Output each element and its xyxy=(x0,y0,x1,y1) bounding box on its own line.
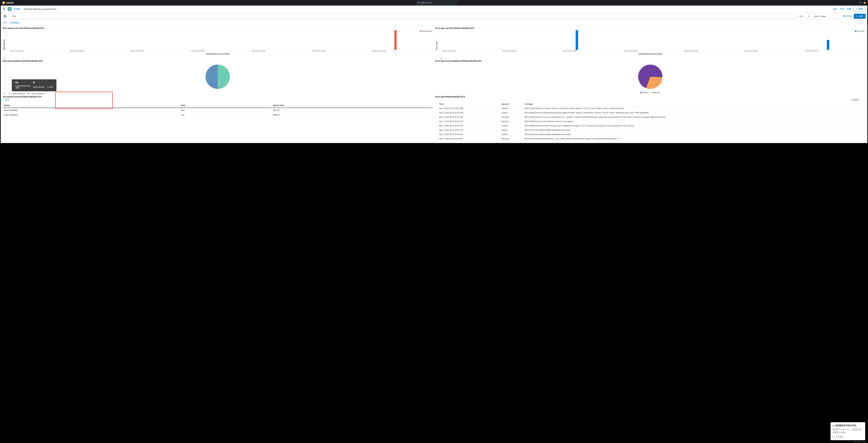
expand-row-icon[interactable]: › xyxy=(435,106,438,110)
col-time[interactable]: Time xyxy=(438,102,500,106)
table-row[interactable]: ›Apr 5, 2022 @ 20:33:25.280Warning[MY-01… xyxy=(435,115,865,119)
table-row[interactable]: select sleep(4);root4063.6 xyxy=(3,113,433,117)
col-query[interactable]: Query⌄ xyxy=(3,103,180,108)
saved-query-button[interactable]: 💾 ⌄ xyxy=(2,14,9,19)
panel-title: Error logs over time [Filebeat MySQL] EC… xyxy=(435,27,865,29)
expand-row-icon[interactable]: › xyxy=(435,128,438,132)
sort-icon: ⌄ xyxy=(177,104,179,106)
legend-dot-icon xyxy=(28,93,29,94)
pie-legend-error: System Warning xyxy=(435,92,865,94)
date-picker[interactable]: 🗓 ⌄ Last 14 days xyxy=(806,14,841,19)
panel-title: Top slowest queries [Filebeat MySQL] ECS xyxy=(3,96,433,98)
list-icon[interactable]: ☰ xyxy=(3,92,6,95)
col-level[interactable]: log.level xyxy=(500,102,524,106)
share-button[interactable]: 共享 xyxy=(840,7,844,10)
global-search-placeholder: 搜索 Elastic xyxy=(421,1,432,4)
pie-slow-breakdown[interactable] xyxy=(206,65,230,89)
pagination-info: 1–46/46 xyxy=(851,99,859,101)
expand-row-icon[interactable]: › xyxy=(435,137,438,141)
table-row[interactable]: ›Apr 5, 2022 @ 20:33:25.304System[MY-011… xyxy=(435,106,865,110)
dashboard-body: Slow queries over time [Filebeat MySQL] … xyxy=(1,26,867,143)
breadcrumb: 仪表板 / [Filebeat MySQL] Overview ECS ⌄ xyxy=(13,7,60,10)
search-input[interactable] xyxy=(10,14,797,19)
panel-error-logs-levels-breakdown: ⋯ ☰ Error logs levels breakdown [Filebea… xyxy=(434,56,867,95)
list-icon[interactable]: ☰ xyxy=(439,57,443,60)
elastic-logo[interactable]: elastic xyxy=(2,1,14,4)
pencil-icon: ✎ xyxy=(856,8,858,10)
expand-row-icon[interactable]: › xyxy=(435,132,438,137)
date-range-text: Last 14 days xyxy=(814,15,826,18)
pie-legend-slow: ☰ select sleep(4); select sleep(5); xyxy=(3,92,44,95)
global-search[interactable]: 搜索 Elastic xyxy=(416,1,458,5)
expand-row-icon[interactable]: › xyxy=(435,124,438,128)
list-icon[interactable]: ☰ xyxy=(3,57,6,60)
sort-icon: ⌄ xyxy=(269,104,271,106)
filter-bar: ⊕ ▾ + 添加筛选 xyxy=(1,20,867,26)
prev-page-icon[interactable]: ‹ xyxy=(861,98,861,101)
nav-menu-icon[interactable]: ☰ xyxy=(3,7,5,11)
expand-row-icon[interactable]: › xyxy=(435,115,438,119)
edit-button[interactable]: ✎ 编辑 xyxy=(854,7,865,11)
bars-region[interactable] xyxy=(439,29,865,50)
legend-dot-icon xyxy=(420,31,421,32)
table-row[interactable]: ›Apr 5, 2022 @ 20:33:25.279System[MY-013… xyxy=(435,124,865,128)
export-icon: ⇪ xyxy=(3,99,4,101)
legend-dot-icon xyxy=(8,93,10,94)
y-axis-label: Error logs xyxy=(435,29,438,50)
newsfeed-icon[interactable]: 🔔 xyxy=(863,2,866,4)
table-row[interactable]: ›Apr 5, 2022 @ 20:33:25.153System[MY-013… xyxy=(435,128,865,132)
kql-toggle[interactable]: KQL xyxy=(798,15,805,18)
bar-slow-2022-04-05[interactable] xyxy=(394,30,397,50)
breadcrumb-current: [Filebeat MySQL] Overview ECS xyxy=(24,8,57,10)
y-axis-label: Slow queries xyxy=(3,29,5,50)
bars-region[interactable] xyxy=(7,29,433,50)
legend-dot-icon xyxy=(651,92,653,93)
table-row[interactable]: ›Apr 5, 2022 @ 20:33:25.304System[MY-010… xyxy=(435,110,865,115)
chevron-down-icon[interactable]: ⌄ xyxy=(58,8,60,10)
legend-error: Error logs xyxy=(855,30,865,32)
panel-title: Error logs [Filebeat MySQL] ECS xyxy=(435,96,865,98)
table-row[interactable]: ›Apr 5, 2022 @ 20:33:24.947Warning[MY-01… xyxy=(435,137,865,141)
table-row[interactable]: select sleep(5);root5071.9 xyxy=(3,108,433,113)
pagination: 1–46/46 ‹ › xyxy=(435,98,865,102)
show-dates-button[interactable]: 显示日期 xyxy=(841,15,853,18)
panel-slow-queries-over-time: Slow queries over time [Filebeat MySQL] … xyxy=(1,26,434,56)
breadcrumb-root[interactable]: 仪表板 xyxy=(13,7,20,10)
x-axis-label: @timestamp per 30 seconds xyxy=(3,52,433,55)
chart-tooltip: 字段值 mysql.slowlog.query: 降序 select sleep… xyxy=(12,79,56,91)
col-message[interactable]: message xyxy=(524,102,865,106)
panel-title: Error logs levels breakdown [Filebeat My… xyxy=(435,60,865,62)
brand-text: elastic xyxy=(6,1,14,4)
legend-slow: Slow queries xyxy=(420,30,432,32)
export-button[interactable]: ⇪ 导出 xyxy=(3,98,433,102)
refresh-button[interactable]: ↻ 刷新 xyxy=(854,14,866,19)
filter-options-icon[interactable]: ⊕ ▾ xyxy=(2,21,7,25)
bar-error-2022-04-05[interactable] xyxy=(827,40,829,50)
next-page-icon[interactable]: › xyxy=(863,98,864,101)
pie-error-breakdown[interactable] xyxy=(635,61,666,92)
global-topbar: elastic 搜索 Elastic ⊕ 🔔 xyxy=(0,0,868,5)
y-ticks: 210 xyxy=(5,29,7,50)
add-filter-button[interactable]: + 添加筛选 xyxy=(9,21,19,24)
expand-row-icon[interactable]: › xyxy=(435,119,438,124)
error-logs-table: Time log.level message ›Apr 5, 2022 @ 20… xyxy=(435,102,865,141)
col-querytime[interactable]: Query time⌄ xyxy=(272,103,433,108)
panel-options-icon[interactable]: ⋯ xyxy=(435,57,439,60)
panel-top-slowest-queries: Top slowest queries [Filebeat MySQL] ECS… xyxy=(1,95,434,143)
help-icon[interactable]: ⊕ xyxy=(860,2,861,4)
refresh-icon: ↻ xyxy=(856,15,858,18)
panel-error-logs: Error logs [Filebeat MySQL] ECS 1–46/46 … xyxy=(434,95,867,143)
table-row[interactable]: ›Apr 5, 2022 @ 20:33:24.951System[MY-013… xyxy=(435,132,865,137)
table-row[interactable]: ›Apr 5, 2022 @ 20:33:25.279Warning[MY-01… xyxy=(435,119,865,124)
clone-button[interactable]: 克隆 xyxy=(847,7,851,10)
bar-error-2022-03-30[interactable] xyxy=(576,30,578,50)
x-ticks: 2022-03-24 00:002022-03-26 00:002022-03-… xyxy=(435,50,865,52)
expand-row-icon[interactable]: › xyxy=(435,110,438,115)
search-icon xyxy=(418,2,420,4)
fullscreen-button[interactable]: 全屏 xyxy=(833,7,837,10)
calendar-icon: 🗓 xyxy=(808,15,810,18)
space-badge[interactable]: D xyxy=(8,7,11,11)
col-user[interactable]: User⌄ xyxy=(180,103,272,108)
panel-title: Slow queries over time [Filebeat MySQL] … xyxy=(3,27,433,29)
breadcrumb-separator: / xyxy=(22,8,22,10)
